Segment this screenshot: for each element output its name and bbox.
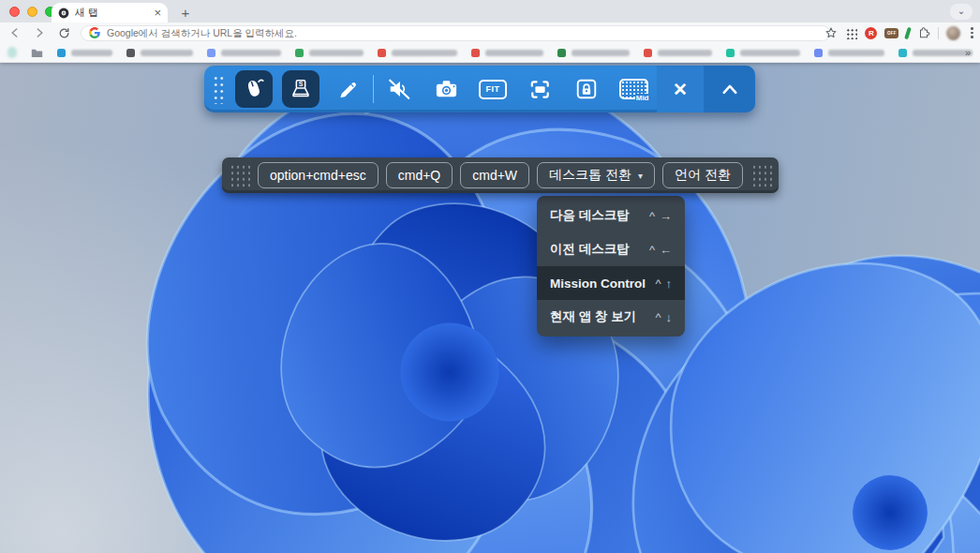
muted-speaker-icon <box>380 70 418 108</box>
menu-shortcut-keys: ^ ← <box>649 243 672 257</box>
bookmarks-folder-icon[interactable] <box>31 48 43 58</box>
bookmark-item[interactable] <box>126 49 193 57</box>
dropdown-caret-icon: ▾ <box>638 171 643 181</box>
pen-annotate-button[interactable] <box>324 66 371 112</box>
extension-red-icon[interactable]: R <box>865 27 877 39</box>
shortcut-option-cmd-esc[interactable]: option+cmd+esc <box>258 162 379 188</box>
windows11-bloom-wallpaper <box>0 63 980 553</box>
reload-icon[interactable] <box>54 24 73 41</box>
shortcut-language-switch[interactable]: 언어 전환 <box>662 162 743 188</box>
fullscreen-button[interactable] <box>516 66 563 112</box>
tab-group-chip[interactable] <box>7 47 17 58</box>
minimize-window-button[interactable] <box>27 7 37 17</box>
menu-shortcut-keys: ^ → <box>649 209 672 223</box>
camera-icon <box>427 70 465 108</box>
mid-keyboard-button[interactable]: Mid <box>610 66 657 112</box>
screen: 새 탭 × + ⌄ <box>0 0 980 553</box>
tab-strip: 새 탭 × + ⌄ <box>0 0 980 22</box>
bookmark-item[interactable] <box>471 49 543 57</box>
bookmark-item[interactable] <box>378 49 457 57</box>
navbar-right-icons: R OFF <box>824 22 976 43</box>
tab-title: 새 탭 <box>75 6 148 20</box>
menu-item-current-app-windows[interactable]: 현재 앱 창 보기 ^ ↓ <box>537 300 685 334</box>
svg-text:S: S <box>299 81 304 87</box>
pencil-icon <box>329 70 366 108</box>
fit-screen-button[interactable]: FIT <box>469 66 516 112</box>
close-window-button[interactable] <box>9 7 20 17</box>
browser-menu-icon[interactable] <box>968 27 976 38</box>
remote-control-toolbar: S <box>204 66 755 112</box>
bookmark-item[interactable] <box>644 49 712 57</box>
screenshot-button[interactable] <box>423 66 469 112</box>
shortcut-bar-drag-handle-left[interactable] <box>229 163 250 188</box>
tab-search-chevron-icon[interactable]: ⌄ <box>950 4 973 20</box>
bookmark-item[interactable] <box>295 49 364 57</box>
keyboard-send-button[interactable]: S <box>277 66 324 112</box>
arrow-right-icon: → <box>660 209 672 223</box>
browser-chrome: 새 탭 × + ⌄ <box>0 0 980 63</box>
shortcut-cmd-q[interactable]: cmd+Q <box>386 162 453 188</box>
mid-keyboard-icon: Mid <box>615 70 652 108</box>
address-bar[interactable] <box>81 25 830 41</box>
back-icon[interactable] <box>6 24 24 41</box>
shortcut-desktop-switch[interactable]: 데스크톱 전환 ▾ <box>537 162 655 188</box>
profile-avatar[interactable] <box>946 26 960 40</box>
bookmark-star-icon[interactable] <box>824 26 838 39</box>
menu-shortcut-keys: ^ ↑ <box>655 276 672 291</box>
divider <box>938 27 939 39</box>
bookmarks-overflow-icon[interactable]: » <box>965 47 971 58</box>
extension-off-badge-icon[interactable]: OFF <box>884 28 898 38</box>
mute-button[interactable] <box>376 66 423 112</box>
bookmark-item[interactable] <box>57 49 112 57</box>
fit-icon: FIT <box>474 70 512 108</box>
menu-shortcut-keys: ^ ↓ <box>655 310 672 324</box>
mouse-mode-button[interactable] <box>230 66 277 112</box>
browser-tab[interactable]: 새 탭 × <box>52 3 168 22</box>
bookmarks-bar: » <box>0 43 980 63</box>
extension-green-icon[interactable] <box>904 26 912 39</box>
extensions-puzzle-icon[interactable] <box>917 26 930 39</box>
collapse-toolbar-button[interactable] <box>704 66 755 112</box>
shortcut-cmd-w[interactable]: cmd+W <box>460 162 529 188</box>
mouse-icon <box>235 70 273 108</box>
tab-favicon-icon <box>58 7 69 19</box>
bookmark-item[interactable] <box>814 49 884 57</box>
browser-navbar: R OFF <box>0 22 980 43</box>
url-input[interactable] <box>107 27 822 38</box>
toolbar-drag-handle[interactable] <box>204 66 230 112</box>
extension-grid-icon[interactable] <box>845 27 857 39</box>
lock-button[interactable] <box>563 66 610 112</box>
tab-close-icon[interactable]: × <box>154 7 161 19</box>
lock-icon <box>568 70 605 108</box>
close-session-button[interactable]: ✕ <box>657 66 704 112</box>
menu-item-previous-desktop[interactable]: 이전 데스크탑 ^ ← <box>537 232 685 266</box>
desktop-switch-menu: 다음 데스크탑 ^ → 이전 데스크탑 ^ ← Mission Control … <box>537 196 685 336</box>
bookmark-item[interactable] <box>726 49 800 57</box>
shortcut-bar-drag-handle-right[interactable] <box>750 163 772 188</box>
menu-item-next-desktop[interactable]: 다음 데스크탑 ^ → <box>537 199 685 232</box>
forward-icon[interactable] <box>30 24 49 41</box>
keyboard-s-icon: S <box>282 70 319 108</box>
bookmarks-list <box>57 49 973 57</box>
toolbar-divider <box>373 75 374 103</box>
fullscreen-brackets-icon <box>521 70 558 108</box>
bookmark-item[interactable] <box>207 49 281 57</box>
remote-desktop-view[interactable]: S <box>0 63 980 553</box>
google-logo-icon <box>89 27 100 38</box>
arrow-up-icon: ↑ <box>666 276 673 291</box>
menu-item-mission-control[interactable]: Mission Control ^ ↑ <box>537 266 685 300</box>
arrow-down-icon: ↓ <box>666 310 673 324</box>
new-tab-button[interactable]: + <box>176 4 195 22</box>
window-controls <box>9 7 55 17</box>
bookmark-item[interactable] <box>898 49 973 57</box>
shortcut-key-bar: option+cmd+esc cmd+Q cmd+W 데스크톱 전환 ▾ 언어 … <box>222 157 779 193</box>
bookmark-item[interactable] <box>557 49 630 57</box>
arrow-left-icon: ← <box>660 243 672 257</box>
chevron-up-icon <box>720 82 740 97</box>
